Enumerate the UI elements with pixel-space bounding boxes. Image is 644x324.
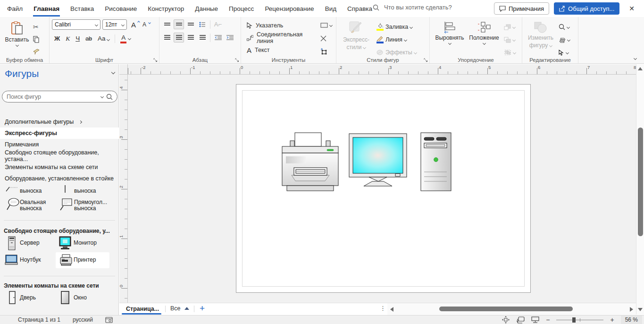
bold-button[interactable]: Ж <box>52 34 62 43</box>
vertical-scroll-thumb[interactable] <box>638 128 643 236</box>
fit-page-icon[interactable] <box>531 316 539 323</box>
layers-button[interactable] <box>557 35 571 44</box>
shape-item-monitor[interactable]: Монитор <box>74 240 97 246</box>
shape-item-callout1[interactable]: выноска <box>20 188 42 194</box>
comments-button[interactable]: Примечания <box>494 2 549 15</box>
tell-me-search[interactable]: Что вы хотите сделать? <box>373 4 452 11</box>
collapse-ribbon-icon[interactable] <box>634 57 637 60</box>
text-block-button[interactable] <box>319 47 334 56</box>
shape-item-rect-callout[interactable]: Прямоугол...выноска <box>74 199 107 212</box>
pan-zoom-icon[interactable] <box>502 316 510 324</box>
change-shape-button[interactable]: Изменить фигуру <box>526 19 555 55</box>
zoom-tools-button[interactable] <box>557 22 571 32</box>
drawing-canvas[interactable] <box>128 75 636 303</box>
stencil-network-room-elements[interactable]: Элементы комнаты на схеме сети <box>0 162 119 173</box>
send-backward-button[interactable] <box>502 35 517 44</box>
shape-item-printer[interactable]: Принтер <box>74 257 96 263</box>
format-painter-button[interactable] <box>32 47 41 56</box>
font-color-button[interactable]: А <box>118 33 133 44</box>
align-bottom-button[interactable] <box>185 19 196 29</box>
menu-review[interactable]: Рецензирование <box>264 1 314 17</box>
menu-help[interactable]: Справка <box>347 1 373 17</box>
page-indicator[interactable]: Страница 1 из 1 <box>18 316 60 323</box>
menu-data[interactable]: Данные <box>194 1 218 17</box>
collapse-panel-icon[interactable] <box>111 70 115 74</box>
align-right-button[interactable] <box>185 33 196 43</box>
all-pages-button[interactable]: Все <box>170 305 189 312</box>
effects-button[interactable]: Эффекты <box>375 48 418 57</box>
shape-search-box[interactable] <box>2 91 117 102</box>
stencil-quick-shapes[interactable]: Экспресс-фигуры <box>0 128 119 139</box>
page-tab[interactable]: Страница... <box>122 304 161 314</box>
zoom-slider[interactable] <box>556 320 603 320</box>
draw-rectangle-button[interactable] <box>319 20 334 30</box>
overflow-menu-icon[interactable]: ⋮ <box>380 305 386 312</box>
decrease-indent-button[interactable] <box>213 33 223 43</box>
menu-file[interactable]: Файл <box>7 1 23 17</box>
bring-forward-button[interactable] <box>502 22 517 32</box>
language-indicator[interactable]: русский <box>73 316 93 323</box>
paragraph-dialog-launcher-icon[interactable] <box>235 58 239 62</box>
shape-item-callout2[interactable]: выноска <box>74 188 96 194</box>
paste-button[interactable]: Вставить <box>2 19 32 55</box>
align-top-button[interactable] <box>162 19 172 29</box>
stencil-rack-mounted-equipment[interactable]: Оборудование, установленное в стойке <box>0 173 119 184</box>
increase-indent-button[interactable] <box>225 33 235 43</box>
printer-shape[interactable] <box>282 133 338 191</box>
menu-view[interactable]: Вид <box>325 1 337 17</box>
cut-button[interactable]: ✂ <box>32 22 41 32</box>
scroll-left-icon[interactable] <box>390 307 393 312</box>
horizontal-scroll-thumb[interactable] <box>439 307 573 311</box>
italic-button[interactable]: К <box>63 34 72 43</box>
menu-insert[interactable]: Вставка <box>70 1 94 17</box>
fill-button[interactable]: Заливка <box>375 22 418 32</box>
shape-item-server[interactable]: Сервер <box>20 240 40 246</box>
shape-search-input[interactable] <box>7 94 98 100</box>
strikethrough-button[interactable]: ab <box>83 34 94 43</box>
align-middle-button[interactable] <box>174 19 184 29</box>
change-case-button[interactable]: Aa <box>95 34 112 43</box>
quick-styles-button[interactable]: Экспресс- стили <box>341 19 371 55</box>
shape-item-window[interactable]: Окно <box>74 295 87 301</box>
line-button[interactable]: Линия <box>375 35 418 44</box>
menu-process[interactable]: Процесс <box>228 1 254 17</box>
text-tool-button[interactable]: А Текст <box>247 44 319 56</box>
shape-item-oval-callout[interactable]: Овальнаявыноска <box>20 199 46 212</box>
underline-button[interactable]: Ч <box>73 34 82 43</box>
stencil-freestanding-equipment[interactable]: Свободно стоящее оборудование, устана... <box>0 150 119 162</box>
shape-item-laptop[interactable]: Ноутбук <box>20 257 41 263</box>
grow-font-button[interactable]: А <box>129 20 138 30</box>
add-page-button[interactable]: + <box>200 303 205 314</box>
connector-tool-button[interactable]: Соединительная линия <box>247 32 319 44</box>
menu-home[interactable]: Главная <box>33 1 60 17</box>
switch-windows-icon[interactable] <box>516 316 525 324</box>
stencil-annotations[interactable]: Примечания <box>0 139 119 150</box>
zoom-level[interactable]: 56 % <box>621 315 642 324</box>
group-shapes-button[interactable] <box>502 48 517 57</box>
scroll-right-icon[interactable] <box>630 307 633 312</box>
horizontal-scrollbar[interactable] <box>387 303 636 315</box>
presentation-mode-icon[interactable] <box>105 317 113 323</box>
stencil-more-shapes[interactable]: Дополнительные фигуры <box>0 116 119 128</box>
scroll-down-icon[interactable] <box>638 308 643 311</box>
zoom-out-button[interactable]: − <box>546 316 550 324</box>
shrink-font-button[interactable]: А <box>140 20 149 29</box>
menu-design[interactable]: Конструктор <box>147 1 184 17</box>
font-family-select[interactable]: Calibri <box>52 19 100 30</box>
shape-styles-dialog-launcher-icon[interactable] <box>424 58 428 62</box>
close-icon[interactable]: ✕ <box>624 5 639 12</box>
connection-point-button[interactable] <box>319 34 334 43</box>
pointer-tool-button[interactable]: Указатель <box>247 19 319 32</box>
select-button[interactable] <box>557 48 571 57</box>
vertical-scrollbar[interactable] <box>636 64 644 315</box>
scroll-up-icon[interactable] <box>638 67 643 70</box>
zoom-slider-thumb[interactable] <box>572 317 576 323</box>
copy-button[interactable] <box>32 34 41 44</box>
align-left-button[interactable] <box>162 33 172 43</box>
share-button[interactable]: Общий доступ... <box>554 2 619 15</box>
font-size-select[interactable]: 12пт <box>102 19 127 30</box>
zoom-in-button[interactable]: + <box>610 316 614 324</box>
align-button[interactable]: Выровнять <box>434 19 466 55</box>
shape-item-door[interactable]: Дверь <box>20 295 36 301</box>
bullets-button[interactable] <box>197 19 208 29</box>
